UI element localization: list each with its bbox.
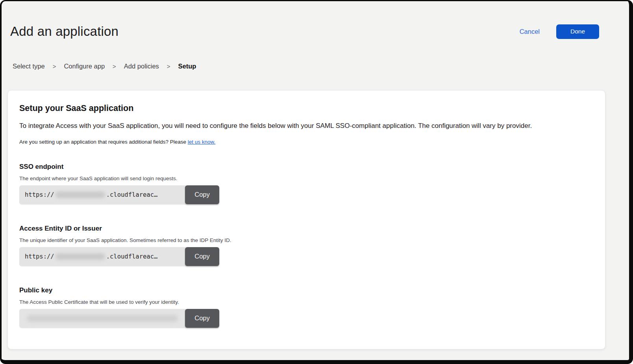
public-key-value	[19, 309, 188, 328]
public-key-description: The Access Public Certificate that will …	[19, 299, 593, 305]
cancel-button[interactable]: Cancel	[520, 28, 540, 35]
entity-id-bar: https:// .cloudflareac… Copy	[19, 247, 219, 266]
breadcrumb-separator: >	[167, 63, 170, 70]
value-suffix: .cloudflareac…	[106, 191, 158, 198]
breadcrumb-separator: >	[113, 63, 116, 70]
redacted-segment	[56, 192, 105, 198]
breadcrumb-step-add-policies[interactable]: Add policies	[124, 63, 159, 70]
breadcrumb: Select type > Configure app > Add polici…	[13, 63, 629, 70]
public-key-copy-button[interactable]: Copy	[185, 309, 219, 328]
public-key-label: Public key	[19, 286, 593, 294]
card-intro-text: To integrate Access with your SaaS appli…	[19, 122, 593, 131]
breadcrumb-step-configure-app[interactable]: Configure app	[64, 63, 105, 70]
value-prefix: https://	[25, 253, 54, 260]
sso-endpoint-label: SSO endpoint	[19, 163, 593, 171]
redacted-segment	[56, 253, 105, 260]
page-header: Add an application Cancel Done	[2, 1, 629, 39]
page-title: Add an application	[10, 24, 118, 39]
sso-endpoint-value: https:// .cloudflareac…	[19, 185, 188, 204]
breadcrumb-separator: >	[53, 63, 56, 70]
done-button[interactable]: Done	[556, 24, 599, 39]
entity-id-value: https:// .cloudflareac…	[19, 247, 188, 266]
entity-id-description: The unique identifier of your SaaS appli…	[19, 237, 593, 243]
sso-endpoint-copy-button[interactable]: Copy	[185, 185, 219, 204]
field-group-public-key: Public key The Access Public Certificate…	[19, 286, 593, 328]
header-actions: Cancel Done	[520, 24, 599, 39]
breadcrumb-step-setup: Setup	[178, 63, 196, 70]
card-note: Are you setting up an application that r…	[19, 139, 593, 145]
redacted-segment	[27, 315, 178, 322]
sso-endpoint-description: The endpoint where your SaaS application…	[19, 176, 593, 181]
breadcrumb-step-select-type[interactable]: Select type	[13, 63, 45, 70]
public-key-bar: Copy	[19, 309, 219, 328]
field-group-entity-id: Access Entity ID or Issuer The unique id…	[19, 225, 593, 266]
value-suffix: .cloudflareac…	[106, 253, 158, 260]
field-group-sso-endpoint: SSO endpoint The endpoint where your Saa…	[19, 163, 593, 204]
value-prefix: https://	[25, 191, 54, 198]
entity-id-label: Access Entity ID or Issuer	[19, 225, 593, 233]
app-window: Add an application Cancel Done Select ty…	[0, 0, 633, 364]
sso-endpoint-bar: https:// .cloudflareac… Copy	[19, 185, 219, 204]
setup-card: Setup your SaaS application To integrate…	[7, 90, 605, 349]
note-text: Are you setting up an application that r…	[19, 139, 188, 145]
let-us-know-link[interactable]: let us know.	[188, 139, 216, 145]
card-heading: Setup your SaaS application	[19, 103, 593, 113]
entity-id-copy-button[interactable]: Copy	[185, 247, 219, 266]
